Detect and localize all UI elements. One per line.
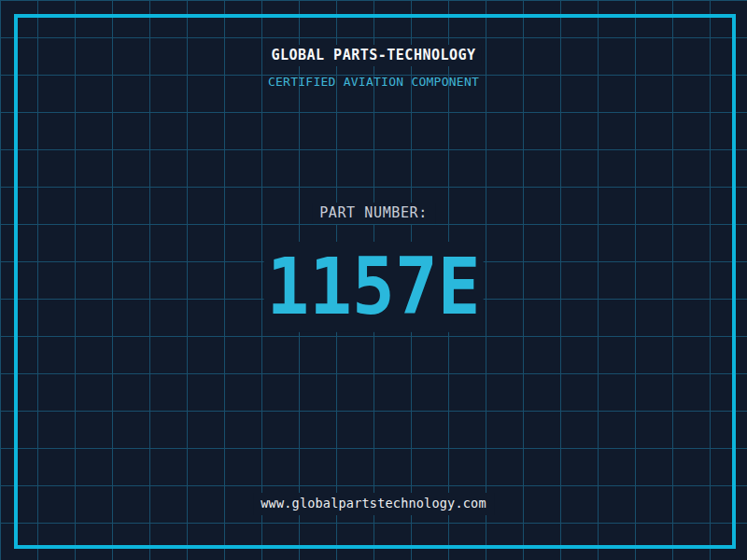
part-number-label: PART NUMBER:: [312, 203, 435, 224]
certification-subtitle: CERTIFIED AVIATION COMPONENT: [268, 76, 479, 88]
website-url: www.globalpartstechnology.com: [253, 493, 494, 515]
part-number-value: 1157E: [264, 242, 484, 332]
brand-title: GLOBAL PARTS-TECHNOLOGY: [265, 45, 481, 66]
blueprint-grid-background: GLOBAL PARTS-TECHNOLOGY CERTIFIED AVIATI…: [0, 0, 747, 560]
